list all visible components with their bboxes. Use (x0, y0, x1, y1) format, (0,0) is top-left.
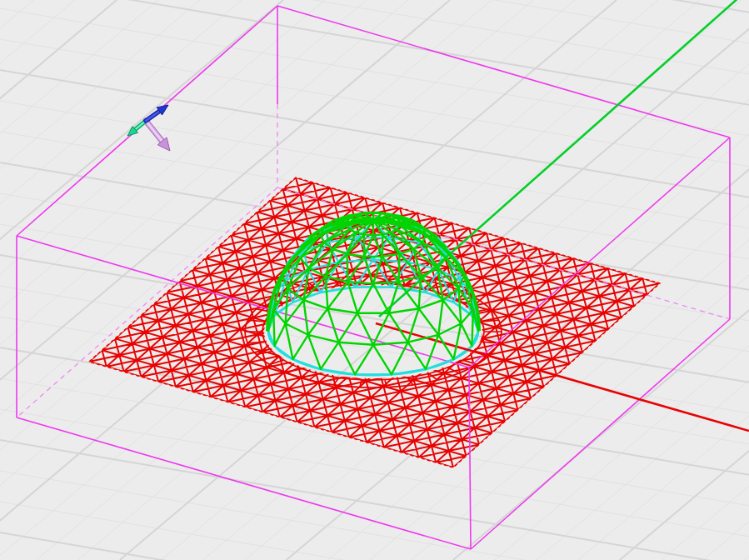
orientation-triad (127, 105, 170, 151)
triad-arrow-pink[interactable] (146, 121, 170, 151)
bounding-box-wireframe (17, 6, 730, 549)
cad-3d-viewport[interactable] (0, 0, 749, 560)
viewport-canvas[interactable] (0, 0, 749, 560)
